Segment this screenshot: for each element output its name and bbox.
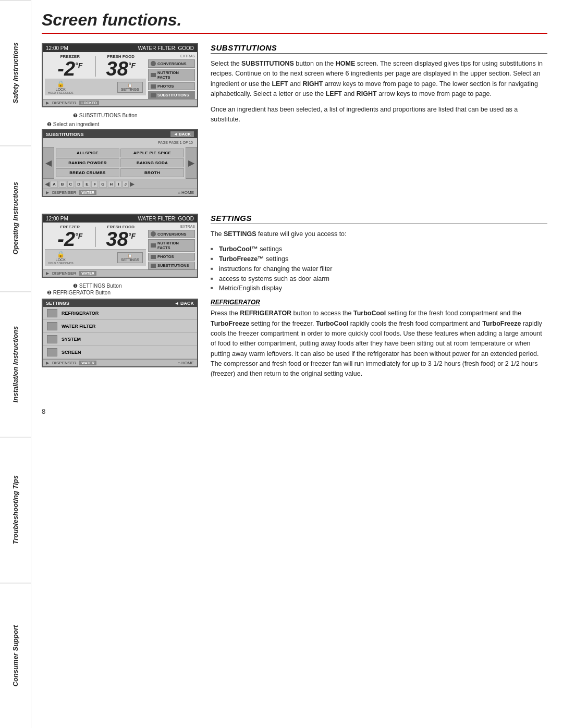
substitutions-btn[interactable]: SUBSTITUTIONS	[148, 91, 195, 99]
hold-text-s: HOLD 3 SECONDS	[48, 262, 74, 265]
settings-row: 12:00 PM WATER FILTER: GOOD FREEZER -2°F	[42, 214, 547, 385]
substitutions-sub-screen: SUBSTITUTIONS ◄ BACK PAGE PAGE 1 OF 10 ◀…	[42, 129, 198, 197]
settings-button-top[interactable]: 📋 SETTINGS	[117, 82, 143, 93]
lock-label-s: LOCK	[56, 258, 66, 262]
time-display-settings: 12:00 PM	[46, 216, 68, 221]
alpha-left-arrow[interactable]: ◀	[45, 180, 50, 188]
settings-back-button[interactable]: ◄ BACK	[175, 301, 194, 306]
conversions-btn[interactable]: CONVERSIONS	[148, 59, 195, 68]
play-icon-sub: ▶	[46, 190, 49, 195]
fresh-food-temp-box: FRESH FOOD 38°F	[96, 54, 146, 79]
conversions-btn-s[interactable]: CONVERSIONS	[148, 230, 195, 238]
nutrition-icon	[151, 73, 156, 77]
sub-cell-broth[interactable]: BROTH	[120, 168, 184, 177]
alpha-a[interactable]: A	[51, 181, 58, 188]
alpha-i[interactable]: I	[116, 181, 121, 188]
sidebar-item-operating: Operating Instructions	[0, 145, 31, 291]
nutrition-icon-s	[151, 243, 156, 248]
page-indicator: PAGE PAGE 1 OF 10	[156, 140, 195, 145]
alpha-c[interactable]: C	[67, 181, 75, 188]
refrigerator-subheading: REFRIGERATOR	[211, 299, 547, 306]
main-screen-top: 12:00 PM WATER FILTER: GOOD FREEZER -2°F	[42, 43, 198, 107]
page-title: Screen functions.	[42, 10, 547, 34]
dispenser-bar-sub: ▶ DISPENSER WATER ⌂ HOME	[43, 189, 197, 196]
lock-label: LOCK	[56, 88, 66, 91]
dispenser-bar-main-s: ▶ DISPENSER WATER	[43, 269, 197, 277]
substitutions-text2: Once an ingredient has been selected, a …	[211, 105, 547, 125]
sub-cell-baking-powder[interactable]: BAKING POWDER	[56, 158, 119, 167]
sidebar-item-consumer: Consumer Support	[0, 583, 31, 728]
alpha-h[interactable]: H	[108, 181, 115, 188]
substitutions-heading: SUBSTITUTIONS	[211, 43, 547, 54]
sub-cell-bread-crumbs[interactable]: BREAD CRUMBS	[56, 168, 119, 177]
dispenser-bar-settings: ▶ DISPENSER WATER ⌂ HOME	[43, 359, 197, 366]
substitutions-right-col: SUBSTITUTIONS Select the SUBSTITUTIONS b…	[211, 43, 547, 201]
alpha-e[interactable]: E	[83, 181, 90, 188]
settings-item-water-filter[interactable]: WATER FILTER	[43, 320, 197, 333]
page-number: 8	[42, 408, 547, 415]
fresh-food-temp-box-s: FRESH FOOD 38°F	[96, 225, 146, 249]
temp-and-bottom-settings: FREEZER -2°F FRESH FOOD 38°F 🔒	[45, 225, 146, 269]
refrigerator-icon	[47, 309, 57, 317]
sidebar-item-safety: Safety Instructions	[0, 0, 31, 145]
settings-label: SETTINGS	[121, 88, 139, 91]
substitutions-btn-s[interactable]: SUBSTITUTIONS	[148, 262, 195, 269]
refrigerator-text: Press the REFRIGERATOR button to access …	[211, 309, 547, 379]
settings-sub-screen: SETTINGS ◄ BACK REFRIGERATOR WATER FILTE…	[42, 299, 198, 367]
dispenser-label: DISPENSER	[52, 101, 76, 105]
settings-left-col: 12:00 PM WATER FILTER: GOOD FREEZER -2°F	[42, 214, 198, 385]
freezer-temp-box-s: FREEZER -2°F	[45, 225, 95, 249]
settings-heading: SETTINGS	[211, 214, 547, 224]
dispenser-label-settings: DISPENSER	[52, 361, 76, 365]
back-button[interactable]: ◄ BACK	[170, 131, 194, 137]
alpha-j[interactable]: J	[123, 181, 129, 188]
extras-label: EXTRAS	[148, 54, 195, 58]
sub-cell-apple-pie[interactable]: APPLE PIE SPICE	[120, 149, 184, 157]
photos-btn[interactable]: PHOTOS	[148, 82, 195, 90]
fresh-food-temp-s: 38°F	[96, 229, 146, 249]
screen-top-bar: 12:00 PM WATER FILTER: GOOD	[43, 44, 197, 52]
extras-panel: EXTRAS CONVERSIONS NUTRITION FACTS PHOTO…	[148, 54, 195, 99]
nutrition-facts-btn-s[interactable]: NUTRITION FACTS	[148, 239, 195, 252]
extras-panel-s: EXTRAS CONVERSIONS NUTRITION FACTS PHOTO…	[148, 225, 195, 269]
photos-btn-s[interactable]: PHOTOS	[148, 253, 195, 261]
lock-area-s: 🔒 LOCK HOLD 3 SECONDS	[48, 251, 74, 265]
conversions-icon-s	[151, 231, 156, 237]
substitutions-text1: Select the SUBSTITUTIONS button on the H…	[211, 59, 547, 100]
screen-inner-main-settings: FREEZER -2°F FRESH FOOD 38°F 🔒	[43, 223, 197, 269]
settings-item-system[interactable]: SYSTEM	[43, 333, 197, 346]
lock-area: 🔒 LOCK HOLD 3 SECONDS	[48, 80, 74, 94]
photos-icon	[151, 84, 156, 89]
bullet-turbofreeze: TurboFreeze™ settings	[211, 254, 547, 264]
settings-item-screen[interactable]: SCREEN	[43, 346, 197, 359]
dispenser-bar-top: ▶ DISPENSER LOCKED	[43, 99, 197, 106]
settings-list-header: SETTINGS ◄ BACK	[43, 300, 197, 307]
sub-cell-allspice[interactable]: ALLSPICE	[56, 149, 119, 157]
alpha-d[interactable]: D	[75, 181, 82, 188]
settings-screen-title: SETTINGS	[46, 301, 69, 306]
water-badge-settings: WATER	[79, 361, 96, 365]
time-display: 12:00 PM	[46, 45, 68, 51]
left-arrow[interactable]: ◀	[43, 147, 54, 179]
settings-item-refrigerator[interactable]: REFRIGERATOR	[43, 307, 197, 320]
substitutions-grid: ALLSPICE APPLE PIE SPICE BAKING POWDER B…	[54, 147, 186, 179]
alpha-right-arrow[interactable]: ▶	[130, 180, 134, 188]
screen-inner-main: FREEZER -2°F FRESH FOOD 38°F 🔒	[43, 52, 197, 99]
locked-badge: LOCKED	[79, 101, 99, 105]
photos-icon-s	[151, 255, 156, 259]
annotation-settings-button: ❼ SETTINGS Button	[73, 283, 198, 289]
settings-button-settings[interactable]: 📋 SETTINGS	[117, 252, 143, 263]
home-badge-settings[interactable]: ⌂ HOME	[178, 361, 194, 365]
annotation-select: ❷ Select an ingredient	[47, 121, 198, 127]
sub-screen-header: SUBSTITUTIONS ◄ BACK	[43, 130, 197, 138]
freezer-temp-box: FREEZER -2°F	[45, 54, 95, 79]
alpha-g[interactable]: G	[99, 181, 106, 188]
sub-cell-baking-soda[interactable]: BAKING SODA	[120, 158, 184, 167]
nutrition-facts-btn[interactable]: NUTRITION FACTS	[148, 69, 195, 81]
alpha-f[interactable]: F	[91, 181, 98, 188]
water-filter-icon	[47, 322, 57, 330]
alpha-b[interactable]: B	[59, 181, 66, 188]
right-arrow[interactable]: ▶	[186, 147, 197, 179]
home-badge[interactable]: ⌂ HOME	[178, 190, 194, 195]
system-label: SYSTEM	[62, 337, 81, 342]
